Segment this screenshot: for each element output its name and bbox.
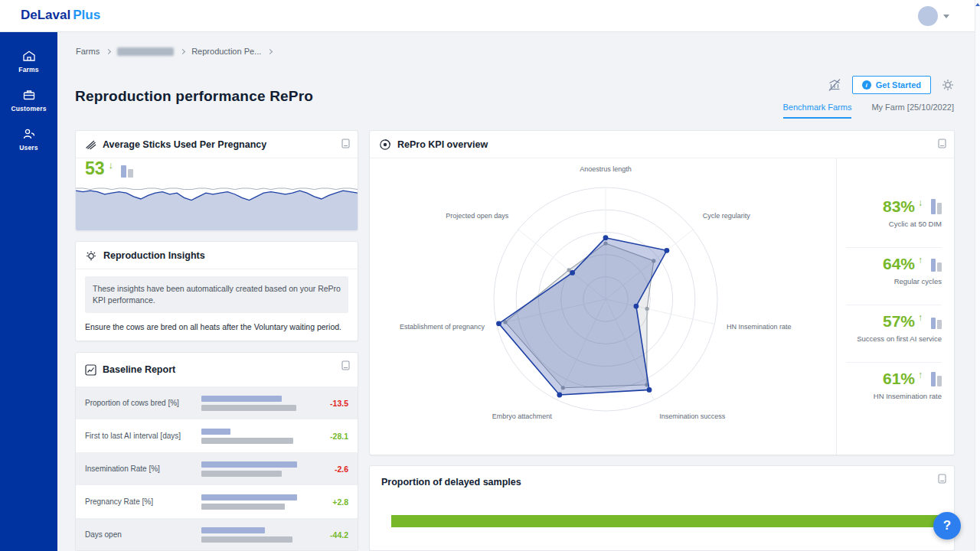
help-button[interactable]: ?	[933, 512, 961, 540]
scrollbar[interactable]	[975, 0, 980, 551]
kpi-value-row: 83% ↓	[846, 198, 942, 214]
benchmark-icon[interactable]	[828, 78, 841, 92]
sidebar-item-farms[interactable]: Farms	[0, 41, 57, 80]
breadcrumb-item-current[interactable]: Reproduction Pe...	[191, 47, 261, 56]
insight-message: Ensure the cows are bred on all heats af…	[85, 321, 348, 333]
kpi-farm-bar	[931, 199, 936, 214]
brand-logo[interactable]: DeLavalPlus	[21, 8, 100, 23]
baseline-row-delta: +2.8	[299, 497, 348, 507]
user-menu[interactable]	[918, 6, 949, 26]
sticks-card: Average Sticks Used Per Pregnancy 53 ↓	[75, 130, 358, 231]
briefcase-icon	[22, 88, 36, 102]
tab-benchmark-farms[interactable]: Benchmark Farms	[783, 103, 852, 119]
insights-card: Reproduction Insights These insights hav…	[75, 241, 358, 341]
kpi-benchmark-bar	[937, 376, 942, 386]
kpi-trend-arrow: ↑	[918, 370, 923, 380]
svg-text:Establishment of pregnancy: Establishment of pregnancy	[400, 323, 485, 331]
kpi-item: 61% ↑ HN Insemination rate	[846, 363, 942, 420]
sticks-card-title: Average Sticks Used Per Pregnancy	[103, 139, 266, 150]
baseline-row-bars	[201, 396, 299, 411]
radar-card-title: RePro KPI overview	[397, 139, 488, 150]
sidebar: Farms Customers Users	[0, 32, 57, 551]
baseline-row-label: Pregnancy Rate [%]	[85, 497, 201, 507]
kpi-label: Success on first AI service	[846, 334, 942, 343]
breadcrumb-item-farm-name[interactable]	[117, 47, 174, 56]
sidebar-item-label: Customers	[11, 105, 46, 112]
sticks-value-row: 53 ↓	[85, 160, 133, 178]
kpi-value-row: 64% ↑	[846, 256, 942, 272]
users-icon	[22, 127, 36, 141]
radar-card-header: RePro KPI overview	[370, 131, 954, 158]
brand-secondary: Plus	[73, 8, 100, 22]
kpi-label: Regular cycles	[846, 277, 942, 285]
get-started-label: Get Started	[876, 80, 921, 90]
main-content: Farms Reproduction Pe... Reproduction pe…	[57, 32, 980, 551]
baseline-benchmark-bar	[201, 536, 292, 543]
info-icon: i	[862, 80, 871, 90]
chevron-right-icon	[180, 48, 185, 54]
sidebar-item-label: Farms	[18, 66, 39, 73]
tabs: Benchmark Farms My Farm [25/10/2022]	[783, 103, 954, 119]
kpi-value: 83%	[883, 198, 915, 214]
baseline-farm-bar	[201, 527, 265, 533]
kpi-farm-bar	[931, 318, 936, 329]
report-icon[interactable]	[341, 360, 350, 370]
baseline-benchmark-bar	[201, 471, 282, 477]
insights-card-header: Reproduction Insights	[76, 242, 358, 269]
baseline-farm-bar	[201, 429, 230, 435]
kpi-overview-icon	[379, 139, 391, 151]
baseline-row-bars	[201, 429, 299, 444]
report-icon[interactable]	[341, 139, 350, 148]
svg-text:Projected open days: Projected open days	[446, 212, 509, 220]
baseline-benchmark-bar	[201, 405, 296, 411]
get-started-button[interactable]: i Get Started	[852, 76, 931, 94]
svg-text:Anoestrus length: Anoestrus length	[580, 165, 632, 173]
sidebar-item-users[interactable]: Users	[0, 119, 57, 158]
delayed-samples-bar	[391, 515, 953, 527]
kpi-bars-icon	[931, 199, 942, 214]
header-controls: i Get Started	[828, 76, 954, 94]
sticks-value: 53	[85, 160, 105, 178]
baseline-row-bars	[201, 527, 299, 543]
report-icon[interactable]	[938, 474, 946, 484]
baseline-farm-bar	[201, 461, 297, 468]
kpi-farm-bar	[931, 259, 936, 272]
sticks-card-header: Average Sticks Used Per Pregnancy	[76, 131, 358, 158]
radar-card: RePro KPI overview Anoestrus lengthCycle…	[369, 130, 955, 455]
kpi-benchmark-bar	[937, 320, 942, 329]
baseline-row-bars	[201, 494, 299, 510]
chevron-down-icon[interactable]	[943, 15, 949, 18]
report-icon[interactable]	[938, 139, 946, 148]
kpi-list: 83% ↓ Cyclic at 50 DIM 64% ↑ Regular cyc…	[846, 191, 942, 420]
kpi-value: 64%	[883, 256, 915, 272]
kpi-benchmark-bar	[937, 203, 942, 214]
delayed-samples-title: Proportion of delayed samples	[381, 477, 521, 487]
gear-icon[interactable]	[942, 79, 954, 91]
chart-line-icon	[85, 364, 96, 376]
baseline-benchmark-bar	[201, 438, 293, 444]
breadcrumb: Farms Reproduction Pe...	[76, 47, 272, 56]
baseline-row-label: Proportion of cows bred [%]	[85, 398, 201, 409]
sidebar-item-customers[interactable]: Customers	[0, 80, 57, 119]
baseline-row-delta: -13.5	[299, 399, 348, 408]
avatar[interactable]	[918, 6, 938, 26]
insights-card-title: Reproduction Insights	[103, 250, 205, 261]
insight-bulb-icon	[85, 249, 97, 262]
trend-down-icon: ↓	[109, 159, 114, 171]
baseline-rows: Proportion of cows bred [%] -13.5 First …	[76, 386, 358, 551]
baseline-row-label: Insemination Rate [%]	[85, 464, 201, 474]
baseline-row: Proportion of cows bred [%] -13.5	[76, 386, 358, 419]
baseline-farm-bar	[201, 396, 282, 402]
kpi-trend-arrow: ↑	[918, 312, 923, 323]
mini-bars-icon	[121, 165, 133, 178]
sidebar-item-label: Users	[19, 144, 38, 152]
tab-my-farm[interactable]: My Farm [25/10/2022]	[871, 103, 954, 119]
breadcrumb-item-farms[interactable]: Farms	[76, 47, 100, 56]
baseline-row: Insemination Rate [%] -2.6	[76, 452, 358, 485]
kpi-benchmark-bar	[937, 262, 942, 272]
kpi-value: 61%	[883, 370, 915, 386]
kpi-item: 57% ↑ Success on first AI service	[846, 305, 942, 363]
baseline-card: Baseline Report Proportion of cows bred …	[75, 352, 358, 551]
kpi-trend-arrow: ↑	[918, 255, 923, 266]
baseline-row-delta: -28.1	[299, 432, 348, 441]
